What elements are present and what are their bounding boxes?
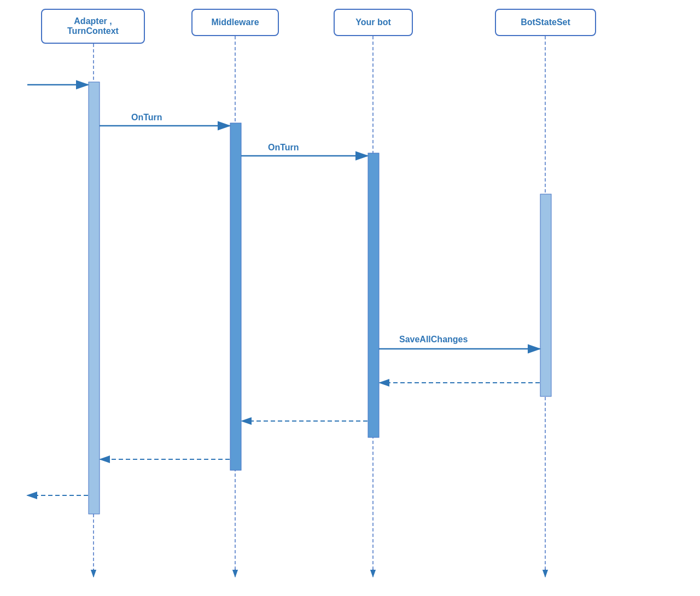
actor-yourbot-label: Your bot [355,17,391,27]
actor-botstateset: BotStateSet [495,9,596,36]
activation-yourbot [368,153,379,437]
activation-adapter [89,82,100,514]
actor-yourbot: Your bot [334,9,413,36]
sequence-diagram: Adapter ,TurnContext Middleware Your bot… [0,0,700,596]
actor-botstateset-label: BotStateSet [521,17,570,27]
diagram-svg: OnTurn OnTurn SaveAllChanges [0,0,700,596]
actor-adapter-label: Adapter ,TurnContext [67,16,119,36]
actor-adapter: Adapter ,TurnContext [41,9,145,44]
actor-middleware-label: Middleware [211,17,259,27]
label-saveallchanges: SaveAllChanges [399,335,468,344]
activation-botstateset [540,194,551,396]
actor-middleware: Middleware [191,9,279,36]
activation-middleware [230,123,241,470]
label-onturn1: OnTurn [131,113,162,122]
label-onturn2: OnTurn [268,143,299,152]
